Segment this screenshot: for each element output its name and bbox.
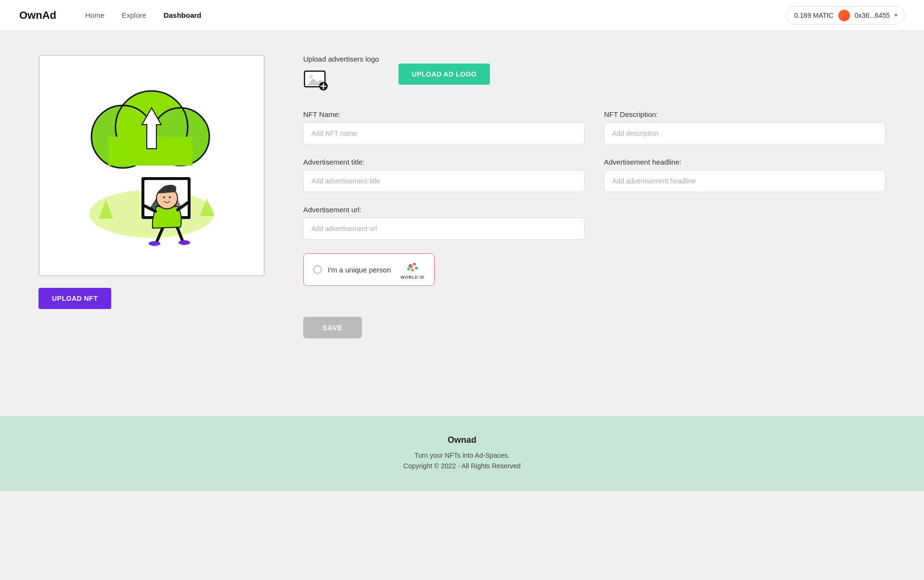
- upload-logo-group: Upload advertisers logo: [303, 55, 379, 93]
- upload-logo-label: Upload advertisers logo: [303, 55, 379, 63]
- image-plus-icon: [303, 68, 330, 91]
- svg-point-23: [169, 196, 171, 198]
- wallet-address: 0x36...6455: [855, 12, 890, 19]
- svg-point-22: [163, 196, 165, 198]
- nft-name-input[interactable]: [303, 122, 585, 144]
- ad-title-input[interactable]: [303, 170, 585, 192]
- main-content: UPLOAD NFT Upload advertisers logo: [0, 31, 924, 416]
- ad-title-label: Advertisement title:: [303, 158, 585, 166]
- worldid-radio: [313, 265, 322, 274]
- worldid-text: I'm a unique person: [328, 266, 391, 274]
- nft-name-label: NFT Name:: [303, 110, 585, 118]
- worldid-badge-label: WORLD ID: [400, 275, 424, 280]
- ad-url-group: Advertisement url:: [303, 206, 585, 240]
- nav-home[interactable]: Home: [85, 11, 104, 19]
- main-nav: Home Explore Dashboard: [85, 11, 786, 19]
- header: OwnAd Home Explore Dashboard 0.189 MATIC…: [0, 0, 924, 31]
- nft-name-description-row: NFT Name: NFT Description:: [303, 110, 886, 144]
- ad-url-row: Advertisement url:: [303, 206, 886, 240]
- ad-headline-input[interactable]: [604, 170, 886, 192]
- matic-balance: 0.189 MATIC: [794, 12, 833, 19]
- footer-title: Ownad: [0, 435, 924, 445]
- upload-illustration: [60, 79, 243, 252]
- wallet-button[interactable]: 0.189 MATIC 0x36...6455 ▾: [786, 6, 905, 25]
- svg-point-17: [149, 241, 160, 246]
- ad-headline-label: Advertisement headline:: [604, 158, 886, 166]
- wallet-avatar: [838, 10, 850, 21]
- nft-description-group: NFT Description:: [604, 110, 886, 144]
- ad-headline-group: Advertisement headline:: [604, 158, 886, 192]
- nft-description-input[interactable]: [604, 122, 886, 144]
- svg-point-18: [179, 240, 190, 245]
- worldid-button[interactable]: I'm a unique person: [303, 253, 435, 286]
- footer: Ownad Turn your NFTs into Ad-Spaces. Cop…: [0, 416, 924, 491]
- upload-preview-area[interactable]: [38, 55, 265, 276]
- logo-icon-placeholder: [303, 68, 330, 91]
- form-section: Upload advertisers logo UPLOAD A: [303, 55, 886, 392]
- upload-nft-button[interactable]: UPLOAD NFT: [38, 288, 111, 309]
- ad-title-headline-row: Advertisement title: Advertisement headl…: [303, 158, 886, 192]
- upload-ad-logo-button[interactable]: UPLOAD AD LOGO: [398, 64, 490, 85]
- nft-description-label: NFT Description:: [604, 110, 886, 118]
- worldid-logo-area: WORLD ID: [400, 259, 424, 280]
- nav-explore[interactable]: Explore: [122, 11, 146, 19]
- ad-title-group: Advertisement title:: [303, 158, 585, 192]
- save-button[interactable]: SAVE: [303, 317, 362, 338]
- ad-url-label: Advertisement url:: [303, 206, 585, 214]
- svg-point-28: [309, 75, 313, 78]
- nft-name-group: NFT Name:: [303, 110, 585, 144]
- worldid-logo-icon: [404, 259, 421, 275]
- chevron-down-icon: ▾: [895, 12, 898, 18]
- nav-dashboard[interactable]: Dashboard: [164, 11, 201, 19]
- worldid-section: I'm a unique person: [303, 253, 886, 301]
- footer-line1: Turn your NFTs into Ad-Spaces.: [0, 450, 924, 461]
- app-logo: OwnAd: [19, 9, 56, 22]
- upload-nft-section: UPLOAD NFT: [38, 55, 265, 392]
- footer-line2: Copyright © 2022 - All Rights Reserved: [0, 461, 924, 471]
- upload-logo-row: Upload advertisers logo UPLOAD A: [303, 55, 886, 93]
- ad-url-input[interactable]: [303, 218, 585, 240]
